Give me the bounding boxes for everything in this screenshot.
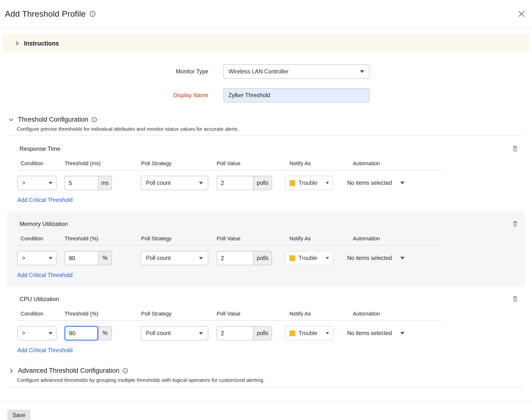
caret-down-icon <box>49 332 53 335</box>
close-icon <box>518 10 525 18</box>
caret-down-icon <box>400 332 405 335</box>
caret-down-icon <box>49 257 53 259</box>
add-critical-threshold-link[interactable]: Add Critical Threshold <box>17 272 73 279</box>
column-header-notify-as: Notify As <box>285 236 333 242</box>
poll-value-input[interactable] <box>217 251 253 265</box>
column-header-condition: Condition <box>17 236 56 242</box>
attribute-title: Memory Utilization <box>20 221 68 227</box>
notify-as-select[interactable]: Trouble <box>285 176 333 190</box>
column-header-poll-value: Poll Value <box>217 160 272 167</box>
column-header-threshold: Threshold (%) <box>65 311 112 317</box>
poll-strategy-value: Poll count <box>146 255 171 261</box>
advanced-config-description: Configure advanced thresholds by groupin… <box>0 377 532 383</box>
monitor-type-select[interactable]: Wireless LAN Controller <box>223 64 370 79</box>
info-icon[interactable]: i <box>90 11 95 17</box>
condition-value: > <box>22 180 25 186</box>
monitor-type-row: Monitor Type Wireless LAN Controller <box>0 64 532 79</box>
notify-as-value: Trouble <box>298 180 326 186</box>
monitor-type-label: Monitor Type <box>0 68 208 75</box>
poll-value-unit-addon: polls <box>253 326 272 341</box>
trash-icon <box>512 296 518 302</box>
caret-down-icon <box>199 257 203 259</box>
notify-as-value: Trouble <box>298 255 326 261</box>
divider <box>17 170 443 170</box>
poll-strategy-select[interactable]: Poll count <box>140 176 208 190</box>
display-name-label: Display Name <box>0 92 208 99</box>
threshold-config-title: Threshold Configuration <box>18 116 88 123</box>
attribute-title: CPU Utilization <box>20 296 59 302</box>
close-button[interactable] <box>518 10 525 18</box>
divider <box>17 320 443 321</box>
instructions-label: Instructions <box>24 40 59 47</box>
monitor-type-value: Wireless LAN Controller <box>229 68 289 75</box>
column-header-notify-as: Notify As <box>285 160 333 167</box>
threshold-config-description: Configure precise thresholds for individ… <box>0 126 532 132</box>
condition-select[interactable]: > <box>17 326 56 341</box>
caret-down-icon <box>49 182 53 184</box>
condition-value: > <box>22 330 25 337</box>
condition-select[interactable]: > <box>17 251 56 265</box>
add-critical-threshold-link[interactable]: Add Critical Threshold <box>17 347 73 354</box>
column-header-automation: Automation <box>347 311 405 317</box>
delete-attribute-button[interactable] <box>512 296 518 302</box>
poll-value-unit-addon: polls <box>253 251 272 265</box>
notify-color-swatch <box>290 180 295 186</box>
add-critical-threshold-link[interactable]: Add Critical Threshold <box>17 197 73 203</box>
automation-select[interactable]: No items selected <box>347 251 405 265</box>
instructions-section[interactable]: Instructions <box>3 35 529 52</box>
divider <box>17 245 443 245</box>
column-header-threshold: Threshold (%) <box>65 236 112 242</box>
threshold-input[interactable] <box>65 176 98 190</box>
notify-color-swatch <box>290 255 295 261</box>
attribute-block-memory-utilization: Memory Utilization Condition Threshold (… <box>0 211 532 286</box>
advanced-config-header[interactable]: Advanced Threshold Configuration i <box>0 367 532 375</box>
column-header-poll-strategy: Poll Strategy <box>140 236 208 242</box>
automation-value: No items selected <box>347 255 392 261</box>
caret-down-icon <box>326 257 329 259</box>
column-header-poll-value: Poll Value <box>217 236 272 242</box>
poll-strategy-select[interactable]: Poll count <box>140 326 208 341</box>
notify-as-select[interactable]: Trouble <box>285 251 333 265</box>
column-header-condition: Condition <box>17 160 56 167</box>
chevron-right-icon <box>8 368 14 374</box>
notify-as-value: Trouble <box>298 330 326 337</box>
threshold-config-header[interactable]: Threshold Configuration i <box>0 116 532 123</box>
attribute-title: Response Time <box>20 145 60 152</box>
attribute-block-cpu-utilization: CPU Utilization Condition Threshold (%) … <box>0 286 532 361</box>
caret-down-icon <box>326 332 329 334</box>
trash-icon <box>512 145 518 152</box>
automation-select[interactable]: No items selected <box>347 326 405 341</box>
threshold-input-focused[interactable] <box>65 326 98 341</box>
caret-down-icon <box>326 182 329 184</box>
column-header-poll-strategy: Poll Strategy <box>140 311 208 317</box>
delete-attribute-button[interactable] <box>512 145 518 152</box>
automation-value: No items selected <box>347 330 392 337</box>
threshold-input[interactable] <box>65 251 98 265</box>
condition-value: > <box>22 255 25 261</box>
save-button[interactable]: Save <box>7 410 30 420</box>
threshold-unit-addon: ms <box>98 176 112 190</box>
info-icon[interactable]: i <box>92 117 97 122</box>
delete-attribute-button[interactable] <box>512 221 518 227</box>
poll-value-unit-addon: polls <box>253 176 272 190</box>
display-name-row: Display Name <box>0 88 532 103</box>
poll-strategy-value: Poll count <box>146 330 171 337</box>
divider <box>0 401 532 401</box>
dialog-title: Add Threshold Profile <box>5 9 86 19</box>
automation-select[interactable]: No items selected <box>347 176 405 190</box>
poll-strategy-select[interactable]: Poll count <box>140 251 208 265</box>
poll-value-input[interactable] <box>217 176 253 190</box>
caret-down-icon <box>199 332 203 335</box>
caret-down-icon <box>360 70 364 73</box>
notify-as-select[interactable]: Trouble <box>285 326 333 341</box>
display-name-input[interactable] <box>223 88 370 103</box>
poll-strategy-value: Poll count <box>146 180 171 186</box>
condition-select[interactable]: > <box>17 176 56 190</box>
threshold-unit-addon: % <box>98 251 112 265</box>
poll-value-input[interactable] <box>217 326 253 341</box>
caret-down-icon <box>199 182 203 184</box>
divider <box>8 387 524 387</box>
column-header-poll-value: Poll Value <box>217 311 272 317</box>
attribute-block-response-time: Response Time Condition Threshold (ms) P… <box>0 136 532 211</box>
info-icon[interactable]: i <box>123 368 128 373</box>
